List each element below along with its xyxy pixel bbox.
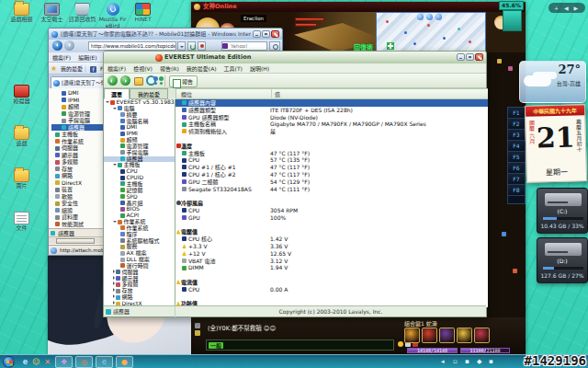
tree-item[interactable]: 感應器 bbox=[104, 156, 175, 163]
maximize-button[interactable] bbox=[466, 53, 474, 61]
sensor-row[interactable]: GPU100% bbox=[175, 214, 488, 222]
drive-gadget[interactable]: (D:)127.6 GB / 27% bbox=[537, 237, 588, 283]
address-bar[interactable]: http://www.mobile01.com/topicdetail.php?… bbox=[88, 41, 176, 51]
chat-mode-icon[interactable] bbox=[195, 330, 200, 336]
sensor-row[interactable]: GPU 感應器類型Diode (NV-Diode) bbox=[175, 114, 488, 121]
tree-item[interactable]: 伺服器 bbox=[104, 270, 175, 276]
maximize-button[interactable] bbox=[262, 30, 270, 38]
tree-item[interactable]: 主機板 bbox=[104, 181, 175, 188]
favorites-star-icon[interactable]: ★ bbox=[49, 64, 59, 73]
tree-item[interactable]: 運行時間 bbox=[104, 263, 175, 270]
tree-expander-icon[interactable] bbox=[113, 301, 115, 305]
everest-app-icon[interactable]: ◎ bbox=[75, 356, 93, 368]
report-button[interactable]: 報告 bbox=[169, 75, 198, 87]
forward-button[interactable] bbox=[120, 75, 130, 86]
menu-item[interactable]: 編輯(E) bbox=[74, 52, 100, 63]
firefox-app-icon[interactable]: ● bbox=[116, 356, 133, 368]
tree-item[interactable]: 服務 bbox=[104, 244, 175, 250]
tree-item[interactable]: 作業系統 bbox=[104, 225, 175, 232]
menu-item[interactable]: 報告(R) bbox=[156, 63, 183, 74]
chat-input[interactable]: 一般 bbox=[206, 339, 394, 351]
tree-expander-icon[interactable] bbox=[113, 276, 115, 280]
gadget-controls[interactable]: + ◀ ▶ bbox=[548, 3, 585, 13]
desktop-icon[interactable]: HiNET bbox=[129, 3, 157, 23]
favorites-button[interactable]: 我的最愛 bbox=[61, 65, 83, 72]
desktop-icon[interactable]: 文件 bbox=[7, 212, 36, 232]
sensor-row[interactable]: 電流值 bbox=[175, 279, 488, 286]
tree-item[interactable]: CPUID bbox=[104, 175, 175, 181]
sensor-row[interactable]: DIMM1.94 V bbox=[175, 264, 488, 271]
tree-item[interactable]: 電腦名稱 bbox=[104, 119, 175, 125]
fkey-slot[interactable]: F1 bbox=[508, 108, 525, 119]
tree-item[interactable]: 程序 bbox=[104, 232, 175, 238]
sensor-row[interactable]: VBAT 電池3.12 V bbox=[175, 258, 488, 265]
close-red-icon[interactable]: ✕ bbox=[42, 357, 52, 367]
back-button[interactable] bbox=[107, 75, 118, 86]
skill-slot[interactable] bbox=[457, 328, 472, 343]
tree-item[interactable]: 系統驅動程式 bbox=[104, 238, 175, 245]
sensor-row[interactable]: Seagate ST3320418AS44 °C (111 °F) bbox=[175, 186, 488, 193]
forward-button[interactable] bbox=[64, 40, 74, 51]
tree-item[interactable]: 電源管理 bbox=[104, 144, 175, 150]
sensor-row[interactable]: 偵測到機箱侵入是 bbox=[175, 128, 488, 135]
menu-item[interactable]: 檔案(F) bbox=[104, 63, 130, 74]
fkey-slot[interactable]: F4 bbox=[508, 141, 525, 152]
tree-item[interactable]: 摘要 bbox=[104, 112, 175, 119]
tree-item[interactable]: 電腦 bbox=[104, 106, 175, 112]
search-magnifier-button[interactable] bbox=[269, 41, 280, 51]
menu-item[interactable]: 工具(T) bbox=[220, 63, 246, 74]
fkey-slot[interactable]: F8 bbox=[508, 185, 525, 196]
sensor-row[interactable]: 溫度 bbox=[175, 143, 488, 150]
tree-expander-icon[interactable] bbox=[113, 164, 117, 166]
tree-item[interactable]: EVEREST v5.30.1983 Beta bbox=[104, 99, 175, 106]
tab-menu[interactable]: 選單 bbox=[104, 88, 130, 99]
skill-slot[interactable] bbox=[404, 328, 420, 343]
tree-item[interactable]: 多媒體 bbox=[104, 282, 175, 288]
start-button[interactable] bbox=[3, 356, 15, 368]
tray-display-icon[interactable]: ▫ bbox=[453, 357, 458, 367]
refresh-button[interactable] bbox=[187, 41, 196, 51]
minimize-button[interactable] bbox=[253, 30, 261, 38]
tree-expander-icon[interactable] bbox=[113, 270, 115, 273]
skill-slot[interactable] bbox=[422, 328, 437, 343]
sensor-row[interactable]: 感應器類型ITE IT8720F + DES (ISA 228h) bbox=[175, 107, 488, 114]
tray-network-icon[interactable]: ▪ bbox=[465, 357, 469, 367]
menu-item[interactable]: 我的最愛(A) bbox=[183, 63, 220, 74]
sensor-row[interactable]: +3.3 V3.36 V bbox=[175, 243, 488, 250]
desktop-icon[interactable]: 遊戲相關 bbox=[7, 3, 36, 23]
sensor-row[interactable]: 電壓值 bbox=[175, 228, 488, 236]
desktop-icon[interactable]: 圖片 bbox=[7, 169, 36, 190]
cpu-usage-badge[interactable]: 45.6% bbox=[499, 1, 524, 10]
sensor-row[interactable]: CPU57 °C (135 °F) bbox=[175, 156, 488, 164]
minimize-button[interactable] bbox=[457, 53, 465, 61]
list-column-header[interactable]: 欄位 值 bbox=[175, 88, 488, 99]
ie-window-icon[interactable]: e bbox=[96, 356, 113, 368]
tree-expander-icon[interactable] bbox=[113, 282, 115, 285]
tree-item[interactable]: 網路 bbox=[104, 294, 175, 301]
sensor-row[interactable]: CPU 核心1.42 V bbox=[175, 236, 488, 243]
tree-item[interactable]: ACPI bbox=[104, 213, 175, 219]
sensor-row[interactable]: CPU3054 RPM bbox=[175, 207, 488, 214]
tree-item[interactable]: BIOS bbox=[104, 206, 175, 213]
tree-expander-icon[interactable] bbox=[106, 101, 109, 103]
menu-item[interactable]: 說明(H) bbox=[246, 63, 273, 74]
search-input[interactable]: Yahoo! bbox=[221, 41, 267, 51]
desktop-icon[interactable]: 遊戲 bbox=[7, 127, 36, 147]
tree-expander-icon[interactable] bbox=[113, 221, 117, 223]
drive-gadget[interactable]: (C:)10.43 GB / 33% bbox=[537, 188, 588, 234]
sensor-row[interactable]: 冷卻風扇 bbox=[175, 200, 488, 207]
fkey-slot[interactable]: F2 bbox=[508, 119, 525, 130]
tree-item[interactable]: CPU bbox=[104, 168, 175, 175]
tree-item[interactable]: 主機板 bbox=[104, 162, 175, 168]
tree-item[interactable]: AX 檔案 bbox=[104, 250, 175, 257]
fkey-slot[interactable]: F5 bbox=[508, 152, 525, 163]
up-folder-button[interactable] bbox=[134, 77, 143, 86]
tree-item[interactable]: 手提電腦 bbox=[104, 150, 175, 156]
emote-smiley-icon[interactable] bbox=[398, 341, 403, 347]
tree-item[interactable]: 晶片組 bbox=[104, 201, 175, 207]
sensor-row[interactable]: +12 V12.65 V bbox=[175, 250, 488, 258]
tree-item[interactable]: 顯示器 bbox=[104, 276, 175, 282]
chat-phone-icon[interactable] bbox=[195, 323, 200, 328]
messenger-smiley-icon[interactable]: ☺ bbox=[31, 357, 41, 367]
tree-item[interactable]: 作業系統 bbox=[104, 219, 175, 225]
